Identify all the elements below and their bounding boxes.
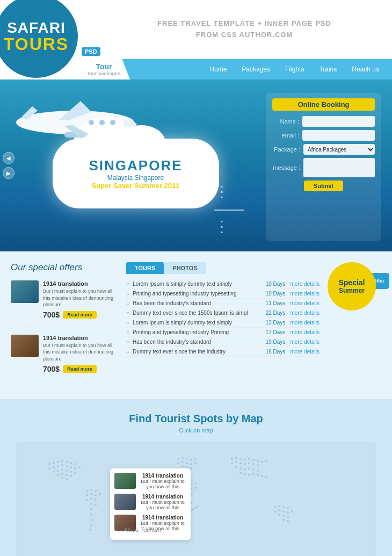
svg-rect-88 xyxy=(252,468,255,471)
map-section: Find Tourist Spots by Map Click on map xyxy=(0,399,392,556)
booking-email-input[interactable] xyxy=(302,130,375,141)
tour-more-1[interactable]: more details xyxy=(291,291,320,297)
svg-rect-122 xyxy=(95,504,97,506)
svg-rect-103 xyxy=(282,510,285,512)
tour-name-1: Printing and typesetting industry typese… xyxy=(133,291,260,297)
svg-rect-44 xyxy=(190,467,192,470)
tour-more-2[interactable]: more details xyxy=(291,300,320,306)
tour-more-6[interactable]: more details xyxy=(291,339,320,345)
svg-rect-74 xyxy=(257,460,259,462)
svg-rect-87 xyxy=(248,467,250,470)
map-item-name-0: 1914 translation xyxy=(139,473,186,479)
svg-rect-25 xyxy=(74,472,76,474)
svg-rect-107 xyxy=(282,515,285,517)
svg-rect-22 xyxy=(61,468,63,471)
tour-days-0: 10 Days xyxy=(261,281,291,287)
tour-more-4[interactable]: more details xyxy=(291,320,320,326)
svg-rect-6 xyxy=(53,462,55,464)
svg-rect-14 xyxy=(57,465,59,467)
offer-btn-2[interactable]: Read more xyxy=(63,365,97,373)
map-item-img-0 xyxy=(114,473,136,489)
booking-name-row: Name : xyxy=(272,116,375,127)
svg-rect-70 xyxy=(239,458,242,460)
svg-rect-94 xyxy=(257,474,259,476)
tours-tabs: TOURS PHOTOS xyxy=(126,262,320,274)
svg-rect-30 xyxy=(61,477,63,479)
nav-trains[interactable]: Trains xyxy=(311,59,344,80)
map-item-desc-1: But I must explain to you how all this xyxy=(139,500,186,510)
svg-rect-98 xyxy=(278,505,280,507)
svg-rect-126 xyxy=(90,524,92,526)
tour-bullet-1: ○ xyxy=(126,291,129,297)
svg-rect-20 xyxy=(53,471,55,473)
offers-title: Our special offers xyxy=(11,262,118,273)
offer-details-1: 1914 translation But I must explain to y… xyxy=(43,280,118,319)
svg-rect-118 xyxy=(86,499,88,501)
nav-home[interactable]: Home xyxy=(202,59,234,80)
svg-rect-16 xyxy=(66,465,68,467)
tab-photos[interactable]: PHOTOS xyxy=(164,262,206,274)
svg-rect-127 xyxy=(89,529,91,531)
nav-flights[interactable]: Flights xyxy=(278,59,311,80)
svg-rect-75 xyxy=(261,461,263,463)
svg-rect-11 xyxy=(74,463,76,465)
offer-btn-1[interactable]: Read more xyxy=(63,311,97,319)
tour-bullet-4: ○ xyxy=(126,320,129,326)
svg-rect-121 xyxy=(90,503,92,505)
nav-tab-tour[interactable]: Tour tour packages xyxy=(78,59,130,80)
booking-name-label: Name : xyxy=(272,118,302,125)
badge-special: Special xyxy=(338,278,365,287)
tab-tours[interactable]: TOURS xyxy=(126,262,164,274)
svg-rect-55 xyxy=(194,487,197,489)
booking-package-select[interactable]: Africa Packages xyxy=(303,144,375,155)
svg-rect-95 xyxy=(261,475,263,477)
svg-rect-80 xyxy=(244,463,246,465)
offer-card-1: 1914 translation But I must explain to y… xyxy=(11,280,118,327)
svg-rect-29 xyxy=(70,475,72,477)
tour-bullet-0: ○ xyxy=(126,281,129,287)
africa-label: Africa Tourism xyxy=(124,526,161,533)
tour-more-0[interactable]: more details xyxy=(291,281,320,287)
svg-rect-89 xyxy=(257,470,259,472)
svg-rect-36 xyxy=(194,458,197,460)
tour-more-3[interactable]: more details xyxy=(291,310,320,316)
booking-name-input[interactable] xyxy=(302,116,375,127)
map-item-img-1 xyxy=(114,494,136,510)
svg-rect-72 xyxy=(248,458,250,460)
nav-packages[interactable]: Packages xyxy=(234,59,278,80)
tour-name-3: Dummy text ever since the 1500s Ipsum is… xyxy=(133,310,260,316)
tour-name-4: Lorem Ipsum is simply dummy text simply xyxy=(133,320,260,326)
tour-name-7: Dummy text ever since the the industry xyxy=(133,349,260,355)
svg-rect-83 xyxy=(257,464,259,466)
offer-price-1: 700$ xyxy=(43,311,60,319)
booking-message-input[interactable] xyxy=(303,158,375,177)
map-item-desc-0: But I must explain to you how all this xyxy=(139,479,186,489)
svg-rect-51 xyxy=(194,482,197,485)
svg-rect-28 xyxy=(66,474,68,476)
hero-left: SINGAPORE Malaysia Singapore Super Saver… xyxy=(5,90,266,241)
booking-submit-button[interactable]: Submit xyxy=(304,180,343,191)
svg-rect-39 xyxy=(186,462,188,464)
svg-rect-96 xyxy=(265,476,267,478)
svg-rect-23 xyxy=(66,470,68,472)
svg-rect-104 xyxy=(287,511,289,514)
special-offer-badge: Special Summer Offer xyxy=(328,262,381,388)
tour-more-7[interactable]: more details xyxy=(291,349,320,355)
svg-rect-18 xyxy=(74,467,76,470)
tour-more-5[interactable]: more details xyxy=(291,329,320,335)
svg-rect-106 xyxy=(278,514,280,516)
svg-rect-81 xyxy=(248,462,250,464)
tour-name-6: Has been the industry's standard xyxy=(133,339,260,345)
offers-section: Our special offers 1914 translation But … xyxy=(0,251,392,399)
offer-price-row-1: 700$ Read more xyxy=(43,311,118,319)
svg-rect-27 xyxy=(61,473,63,475)
svg-rect-15 xyxy=(61,464,63,466)
svg-rect-33 xyxy=(182,457,184,459)
tour-row-4: ○ Lorem Ipsum is simply dummy text simpl… xyxy=(126,318,320,328)
svg-rect-92 xyxy=(248,474,250,476)
svg-rect-102 xyxy=(278,509,280,511)
nav-reach-us[interactable]: Reach us xyxy=(344,59,387,80)
map-container[interactable]: 1914 translation But I must explain to y… xyxy=(16,442,376,556)
logo-safari-text: SAFARI xyxy=(7,20,66,35)
tour-row-0: ○ Lorem Ipsum is simply dummy text simpl… xyxy=(126,279,320,289)
